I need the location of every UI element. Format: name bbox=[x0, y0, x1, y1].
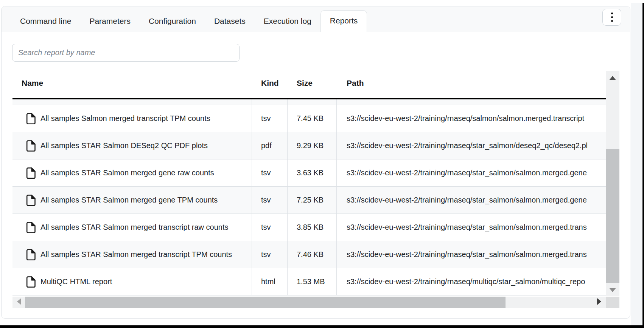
scroll-down-arrow-icon[interactable] bbox=[609, 288, 616, 292]
report-kind-cell: tsv bbox=[252, 187, 288, 214]
report-path-cell: s3://scidev-eu-west-2/training/rnaseq/st… bbox=[337, 159, 606, 186]
report-row[interactable]: All samples STAR Salmon DESeq2 QC PDF pl… bbox=[12, 132, 606, 159]
report-row[interactable]: MultiQC HTML reporthtml1.53 MBs3://scide… bbox=[12, 268, 606, 296]
tab-bar: Command lineParametersConfigurationDatas… bbox=[2, 6, 630, 32]
report-path-cell: s3://scidev-eu-west-2/training/rnaseq/st… bbox=[337, 187, 606, 214]
vertical-scrollbar[interactable] bbox=[606, 71, 619, 296]
report-name: All samples STAR Salmon merged transcrip… bbox=[40, 223, 228, 232]
report-path-cell: s3://scidev-eu-west-2/training/rnaseq/st… bbox=[337, 132, 606, 159]
column-header-path: Path bbox=[337, 79, 606, 88]
report-kind-cell: tsv bbox=[252, 159, 288, 186]
report-row[interactable]: All samples STAR Salmon merged transcrip… bbox=[12, 241, 606, 268]
report-name: MultiQC HTML report bbox=[40, 277, 112, 286]
horizontal-scrollbar[interactable] bbox=[12, 297, 606, 308]
report-size-cell: 7.25 KB bbox=[288, 187, 337, 214]
scroll-left-arrow-icon[interactable] bbox=[17, 298, 21, 305]
scroll-right-arrow-icon[interactable] bbox=[597, 298, 601, 305]
scroll-up-arrow-icon[interactable] bbox=[609, 76, 616, 80]
report-name-cell: MultiQC HTML report bbox=[12, 268, 252, 295]
kebab-menu-icon bbox=[611, 16, 613, 18]
report-path-cell: s3://scidev-eu-west-2/training/rnaseq/sa… bbox=[337, 105, 606, 132]
report-size-cell: 7.45 KB bbox=[288, 105, 337, 132]
report-name-cell: All samples STAR Salmon DESeq2 QC PDF pl… bbox=[12, 132, 252, 159]
report-size-cell: 7.46 KB bbox=[288, 241, 337, 268]
report-name-cell: All samples STAR Salmon merged transcrip… bbox=[12, 214, 252, 241]
report-name: All samples Salmon merged transcript TPM… bbox=[40, 114, 210, 123]
column-header-kind: Kind bbox=[252, 79, 288, 88]
kebab-menu-button[interactable] bbox=[602, 9, 621, 26]
tab-execution-log[interactable]: Execution log bbox=[255, 11, 320, 32]
tab-configuration[interactable]: Configuration bbox=[140, 11, 205, 32]
report-path-cell: s3://scidev-eu-west-2/training/rnaseq/st… bbox=[337, 241, 606, 268]
file-icon bbox=[26, 140, 36, 152]
tab-reports[interactable]: Reports bbox=[320, 10, 367, 32]
report-kind-cell: tsv bbox=[252, 241, 288, 268]
scrollbar-corner bbox=[606, 297, 619, 308]
reports-table-body: All samples Salmon merged transcript TPM… bbox=[12, 99, 606, 296]
file-icon bbox=[26, 167, 36, 179]
table-header-row: NameKindSizePath bbox=[12, 69, 606, 97]
vertical-scrollbar-thumb[interactable] bbox=[606, 149, 619, 283]
report-kind-cell: tsv bbox=[252, 214, 288, 241]
report-kind-cell: html bbox=[252, 268, 288, 295]
report-name: All samples STAR Salmon merged gene raw … bbox=[40, 169, 214, 177]
report-size-cell: 9.29 KB bbox=[288, 132, 337, 159]
tab-parameters[interactable]: Parameters bbox=[80, 11, 140, 32]
run-details-card: Command lineParametersConfigurationDatas… bbox=[1, 6, 630, 319]
file-icon bbox=[26, 249, 36, 260]
kebab-menu-icon bbox=[611, 12, 613, 14]
report-path-cell: s3://scidev-eu-west-2/training/rnaseq/st… bbox=[337, 214, 606, 241]
report-name-cell: All samples STAR Salmon merged gene raw … bbox=[12, 159, 252, 186]
run-details-page: Command lineParametersConfigurationDatas… bbox=[0, 0, 644, 328]
file-icon bbox=[26, 113, 36, 124]
browser-scrollbar-gutter bbox=[631, 3, 642, 325]
tab-list: Command lineParametersConfigurationDatas… bbox=[11, 10, 367, 32]
window-edge-right bbox=[642, 3, 644, 328]
search-input[interactable] bbox=[12, 44, 240, 62]
report-name: All samples STAR Salmon DESeq2 QC PDF pl… bbox=[40, 141, 208, 150]
report-size-cell: 1.53 MB bbox=[288, 268, 337, 295]
report-name-cell: All samples STAR Salmon merged gene TPM … bbox=[12, 187, 252, 214]
report-row[interactable]: All samples Salmon merged transcript TPM… bbox=[12, 105, 606, 132]
column-header-name: Name bbox=[12, 79, 252, 88]
partial-row bbox=[12, 99, 606, 105]
report-size-cell: 3.63 KB bbox=[288, 159, 337, 186]
report-row[interactable]: All samples STAR Salmon merged transcrip… bbox=[12, 214, 606, 241]
report-name: All samples STAR Salmon merged transcrip… bbox=[40, 250, 232, 259]
tab-datasets[interactable]: Datasets bbox=[205, 11, 255, 32]
file-icon bbox=[26, 276, 36, 288]
column-header-size: Size bbox=[288, 79, 337, 88]
kebab-menu-icon bbox=[611, 20, 613, 22]
report-kind-cell: tsv bbox=[252, 105, 288, 132]
report-name-cell: All samples STAR Salmon merged transcrip… bbox=[12, 241, 252, 268]
tab-command-line[interactable]: Command line bbox=[11, 11, 80, 32]
report-name-cell: All samples Salmon merged transcript TPM… bbox=[12, 105, 252, 132]
report-path-cell: s3://scidev-eu-west-2/training/rnaseq/mu… bbox=[337, 268, 606, 295]
report-kind-cell: pdf bbox=[252, 132, 288, 159]
horizontal-scrollbar-thumb[interactable] bbox=[25, 297, 506, 308]
report-name: All samples STAR Salmon merged gene TPM … bbox=[40, 196, 218, 204]
report-size-cell: 3.85 KB bbox=[288, 214, 337, 241]
window-edge-bottom bbox=[0, 325, 644, 328]
file-icon bbox=[26, 195, 36, 206]
report-row[interactable]: All samples STAR Salmon merged gene TPM … bbox=[12, 187, 606, 214]
report-row[interactable]: All samples STAR Salmon merged gene raw … bbox=[12, 159, 606, 187]
file-icon bbox=[26, 222, 36, 233]
